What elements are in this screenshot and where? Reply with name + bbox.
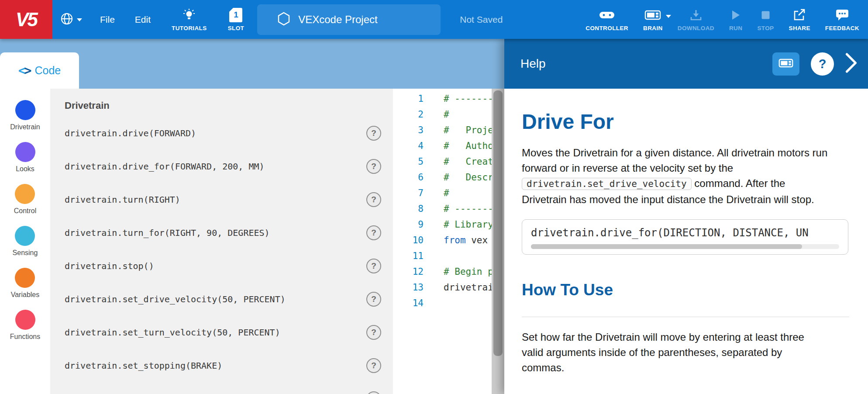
command-text[interactable]: drivetrain.stop()	[65, 261, 154, 271]
line-number: 1	[393, 93, 424, 104]
feedback-bubble-icon	[835, 7, 849, 22]
command-help-button[interactable]: ?	[366, 292, 381, 307]
category-functions[interactable]: Functions	[10, 310, 40, 341]
command-row[interactable]: drivetrain.set_stopping(BRAKE) ?	[50, 349, 393, 382]
brain-button[interactable]: BRAIN	[643, 7, 663, 31]
command-text[interactable]: drivetrain.drive_for(FORWARD, 200, MM)	[65, 161, 265, 172]
help-question-button[interactable]: ?	[811, 52, 834, 76]
share-button[interactable]: SHARE	[789, 7, 810, 31]
command-text[interactable]: drivetrain.set_drive_velocity(50, PERCEN…	[65, 294, 286, 304]
code-editor[interactable]: 1# ------------ 2# 3# Proje 4# Autho 5# …	[393, 89, 492, 394]
controller-icon	[599, 7, 615, 22]
editor-scrollbar-thumb[interactable]	[493, 90, 503, 356]
editor-line: 6# Descri	[393, 169, 492, 185]
editor-line: 11	[393, 248, 492, 264]
play-icon	[730, 7, 741, 22]
command-row-partial[interactable]: ?	[50, 382, 393, 394]
file-menu[interactable]: File	[100, 14, 115, 25]
download-button[interactable]: DOWNLOAD	[678, 7, 714, 31]
how-to-use-heading: How To Use	[522, 281, 849, 299]
feedback-button[interactable]: FEEDBACK	[825, 7, 859, 31]
chevron-down-icon	[76, 16, 83, 24]
command-text[interactable]: drivetrain.set_turn_velocity(50, PERCENT…	[65, 327, 280, 338]
editor-line: 1# ------------	[393, 91, 492, 107]
category-sensing-icon	[15, 226, 35, 246]
category-variables[interactable]: Variables	[11, 268, 40, 299]
project-name-button[interactable]: VEXcode Project	[257, 4, 441, 35]
brain-chevron-down-icon[interactable]	[665, 12, 672, 20]
slot-button[interactable]: 1 SLOT	[228, 7, 245, 31]
how-to-use-text: Set how far the Drivetrain will move by …	[522, 329, 825, 375]
help-panel-title: Help	[520, 57, 546, 71]
editor-line: 9# Library	[393, 217, 492, 232]
command-row[interactable]: drivetrain.set_drive_velocity(50, PERCEN…	[50, 283, 393, 316]
brain-icon	[644, 7, 661, 22]
main-area: Drivetrain Looks Control Sensing Variabl…	[0, 89, 504, 394]
command-help-button[interactable]: ?	[366, 126, 381, 141]
stop-label: STOP	[757, 25, 774, 31]
slot-label: SLOT	[228, 25, 245, 31]
line-number: 10	[393, 235, 424, 245]
line-number: 8	[393, 204, 424, 214]
editor-line: 5# Create	[393, 154, 492, 169]
command-help-button[interactable]: ?	[366, 358, 381, 373]
download-icon	[689, 7, 703, 22]
command-help-button[interactable]: ?	[366, 192, 381, 207]
globe-icon	[60, 12, 73, 27]
line-number: 5	[393, 156, 424, 167]
help-topic-title: Drive For	[522, 110, 849, 134]
toolbar-right-group: CONTROLLER BRAIN	[571, 7, 868, 31]
editor-scrollbar[interactable]	[492, 89, 504, 394]
command-row[interactable]: drivetrain.drive_for(FORWARD, 200, MM) ?	[50, 150, 393, 183]
command-row[interactable]: drivetrain.turn_for(RIGHT, 90, DEGREES) …	[50, 216, 393, 249]
tutorials-button[interactable]: TUTORIALS	[172, 7, 207, 31]
help-code-snippet: drivetrain.drive_for(DIRECTION, DISTANCE…	[531, 227, 839, 239]
lightbulb-icon	[183, 7, 196, 22]
brain-icon	[778, 58, 793, 70]
stop-icon	[761, 7, 770, 22]
command-text[interactable]: drivetrain.turn_for(RIGHT, 90, DEGREES)	[65, 228, 270, 238]
command-row[interactable]: drivetrain.turn(RIGHT) ?	[50, 183, 393, 216]
category-variables-icon	[15, 268, 35, 288]
tab-code[interactable]: <> Code	[0, 52, 79, 89]
command-help-button[interactable]: ?	[366, 159, 381, 174]
command-help-button[interactable]: ?	[366, 325, 381, 340]
category-control[interactable]: Control	[14, 184, 37, 215]
command-text[interactable]: drivetrain.turn(RIGHT)	[65, 194, 180, 205]
stop-button[interactable]: STOP	[757, 7, 774, 31]
line-number: 12	[393, 266, 424, 277]
category-sensing-label: Sensing	[13, 249, 38, 257]
help-brain-button[interactable]	[772, 52, 799, 76]
slot-number: 1	[234, 10, 238, 20]
command-row[interactable]: drivetrain.set_turn_velocity(50, PERCENT…	[50, 316, 393, 349]
tutorials-label: TUTORIALS	[172, 25, 207, 31]
editor-line: 14	[393, 295, 492, 311]
run-button[interactable]: RUN	[729, 7, 742, 31]
command-help-button[interactable]: ?	[366, 259, 381, 273]
editor-line: 7#	[393, 185, 492, 201]
code-example-scrollbar[interactable]	[531, 244, 839, 249]
command-text[interactable]: drivetrain.set_stopping(BRAKE)	[65, 360, 222, 371]
command-row[interactable]: drivetrain.drive(FORWARD) ?	[50, 117, 393, 150]
collapse-help-button[interactable]	[845, 53, 858, 75]
command-row[interactable]: drivetrain.stop() ?	[50, 249, 393, 283]
category-drivetrain[interactable]: Drivetrain	[10, 100, 40, 131]
command-help-button[interactable]: ?	[366, 391, 381, 394]
edit-menu[interactable]: Edit	[135, 14, 151, 25]
code-example-scrollbar-thumb[interactable]	[531, 244, 802, 249]
controller-label: CONTROLLER	[586, 25, 628, 31]
vex-v5-logo-text: V5	[16, 9, 37, 31]
command-text[interactable]: drivetrain.drive(FORWARD)	[65, 128, 196, 138]
controller-button[interactable]: CONTROLLER	[586, 7, 628, 31]
line-number: 11	[393, 251, 424, 261]
editor-line: 10from vex im	[393, 232, 492, 248]
command-list-panel: Drivetrain drivetrain.drive(FORWARD) ? d…	[50, 89, 393, 394]
vex-v5-logo[interactable]: V5	[0, 0, 52, 39]
editor-line: 4# Autho	[393, 138, 492, 154]
category-looks-label: Looks	[16, 165, 34, 173]
language-menu[interactable]	[60, 12, 83, 27]
category-sensing[interactable]: Sensing	[13, 226, 38, 257]
category-looks[interactable]: Looks	[15, 142, 35, 173]
command-help-button[interactable]: ?	[366, 225, 381, 240]
command-group-header: Drivetrain	[65, 100, 393, 111]
